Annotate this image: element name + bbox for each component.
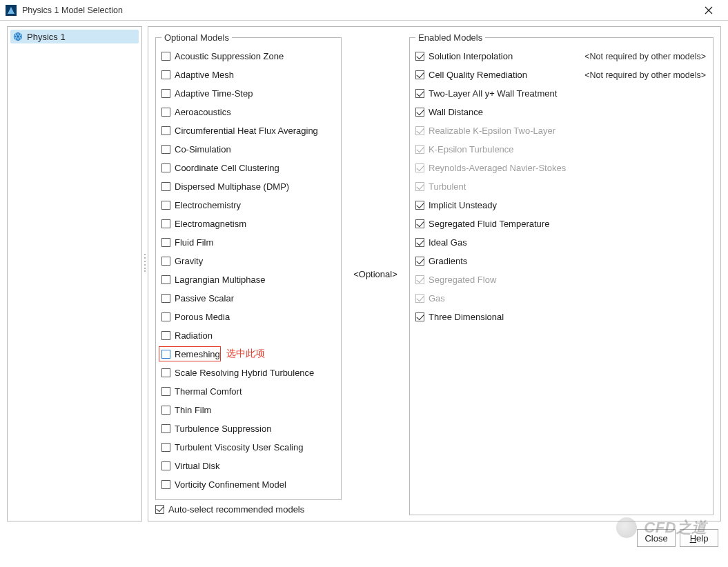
model-checkbox[interactable] [161, 406, 170, 415]
optional-model-row[interactable]: Adaptive Mesh [161, 66, 335, 84]
model-checkbox[interactable] [161, 424, 170, 433]
model-checkbox[interactable] [161, 368, 170, 377]
enabled-model-row[interactable]: Two-Layer All y+ Wall Treatment [415, 84, 707, 103]
enabled-model-row: Turbulent [415, 177, 707, 196]
model-checkbox[interactable] [161, 145, 170, 154]
model-checkbox[interactable] [161, 461, 170, 470]
model-checkbox[interactable] [415, 201, 424, 210]
optional-model-row[interactable]: Aeroacoustics [161, 103, 335, 121]
optional-model-row[interactable]: Turbulence Suppression [161, 419, 335, 438]
optional-model-row[interactable]: Dispersed Multiphase (DMP) [161, 177, 335, 196]
model-checkbox[interactable] [161, 201, 170, 210]
optional-model-row[interactable]: Acoustic Suppression Zone [161, 47, 335, 66]
enabled-models-group: Enabled Models Solution Interpolation<No… [409, 32, 714, 515]
model-checkbox[interactable] [415, 312, 424, 321]
optional-model-row[interactable]: Thin Film [161, 401, 335, 419]
model-label: Adaptive Time-Step [175, 88, 253, 99]
model-label: Wall Distance [429, 107, 483, 117]
model-checkbox[interactable] [161, 108, 170, 117]
optional-model-row[interactable]: Thermal Comfort [161, 382, 335, 401]
splitter-handle[interactable] [144, 254, 147, 272]
model-checkbox[interactable] [161, 387, 170, 396]
model-label: Radiation [175, 330, 213, 341]
enabled-column: Enabled Models Solution Interpolation<No… [409, 32, 714, 515]
help-button[interactable]: Help [680, 529, 718, 547]
tree-item-label: Physics 1 [27, 32, 66, 42]
autoselect-checkbox[interactable] [155, 505, 164, 514]
model-checkbox[interactable] [415, 219, 424, 228]
enabled-model-row[interactable]: Gradients [415, 252, 707, 270]
annotation-text: 选中此项 [226, 348, 265, 360]
model-label: Gravity [175, 256, 203, 266]
enabled-model-row[interactable]: Solution Interpolation<Not required by o… [415, 47, 707, 66]
model-checkbox[interactable] [415, 108, 424, 117]
model-checkbox[interactable] [161, 182, 170, 191]
model-checkbox [415, 126, 424, 135]
enabled-model-row[interactable]: Three Dimensional [415, 308, 707, 326]
enabled-model-row[interactable]: Segregated Fluid Temperature [415, 215, 707, 233]
model-label: Thermal Comfort [175, 386, 242, 397]
model-checkbox[interactable] [415, 89, 424, 98]
model-label: Realizable K-Epsilon Two-Layer [429, 126, 555, 136]
optional-model-row[interactable]: Fluid Film [161, 233, 335, 252]
model-checkbox[interactable] [161, 275, 170, 284]
model-checkbox[interactable] [161, 480, 170, 489]
optional-model-row[interactable]: Scale Resolving Hybrid Turbulence [161, 364, 335, 382]
model-label: Adaptive Mesh [175, 70, 234, 80]
optional-column: Optional Models Acoustic Suppression Zon… [155, 32, 342, 515]
model-checkbox[interactable] [161, 126, 170, 135]
footer: Close Help [0, 524, 728, 552]
model-label: Acoustic Suppression Zone [175, 51, 284, 61]
model-checkbox[interactable] [161, 52, 170, 61]
model-checkbox[interactable] [415, 238, 424, 247]
optional-model-row[interactable]: Vorticity Confinement Model [161, 475, 335, 494]
svg-marker-0 [8, 7, 14, 14]
tree-item-physics1[interactable]: Physics 1 [10, 30, 139, 43]
optional-model-row[interactable]: Electromagnetism [161, 215, 335, 233]
enabled-model-row[interactable]: Implicit Unsteady [415, 196, 707, 215]
model-checkbox[interactable] [161, 219, 170, 228]
model-label: Segregated Flow [429, 275, 496, 285]
optional-model-row[interactable]: Turbulent Viscosity User Scaling [161, 438, 335, 457]
model-checkbox[interactable] [161, 89, 170, 98]
optional-model-row[interactable]: Porous Media [161, 308, 335, 326]
enabled-models-list: Solution Interpolation<Not required by o… [415, 47, 707, 326]
model-checkbox[interactable] [161, 350, 170, 359]
model-checkbox[interactable] [161, 163, 170, 172]
optional-model-row[interactable]: Passive Scalar [161, 289, 335, 308]
enabled-model-row[interactable]: Ideal Gas [415, 233, 707, 252]
model-label: Aeroacoustics [175, 107, 231, 117]
model-checkbox[interactable] [415, 257, 424, 266]
enabled-model-row[interactable]: Wall Distance [415, 103, 707, 121]
optional-model-row[interactable]: Coordinate Cell Clustering [161, 159, 335, 177]
model-checkbox[interactable] [161, 238, 170, 247]
close-button[interactable]: Close [637, 529, 676, 547]
optional-models-legend: Optional Models [161, 32, 232, 43]
enabled-model-row[interactable]: Cell Quality Remediation<Not required by… [415, 66, 707, 84]
optional-model-row[interactable]: Lagrangian Multiphase [161, 270, 335, 289]
model-checkbox[interactable] [415, 70, 424, 79]
model-checkbox[interactable] [415, 52, 424, 61]
model-checkbox[interactable] [161, 257, 170, 266]
optional-model-row[interactable]: Adaptive Time-Step [161, 84, 335, 103]
optional-model-row[interactable]: Radiation [161, 326, 335, 345]
model-label: Scale Resolving Hybrid Turbulence [175, 368, 314, 378]
optional-model-row[interactable]: Electrochemistry [161, 196, 335, 215]
window-close-button[interactable] [695, 1, 722, 20]
model-checkbox[interactable] [161, 331, 170, 340]
models-panel: Optional Models Acoustic Suppression Zon… [148, 26, 721, 521]
model-checkbox[interactable] [161, 312, 170, 321]
model-label: Electromagnetism [175, 219, 246, 229]
model-checkbox[interactable] [161, 294, 170, 303]
optional-model-row[interactable]: Circumferential Heat Flux Averaging [161, 121, 335, 140]
model-label: Turbulent [429, 181, 466, 192]
optional-model-row[interactable]: Virtual Disk [161, 457, 335, 475]
optional-models-list: Acoustic Suppression ZoneAdaptive MeshAd… [161, 47, 335, 494]
model-checkbox[interactable] [161, 443, 170, 452]
tree-panel: Physics 1 [7, 26, 142, 521]
optional-model-row[interactable]: Co-Simulation [161, 140, 335, 159]
autoselect-row[interactable]: Auto-select recommended models [155, 500, 342, 515]
model-label: Electrochemistry [175, 200, 241, 210]
model-checkbox[interactable] [161, 70, 170, 79]
optional-model-row[interactable]: Gravity [161, 252, 335, 270]
